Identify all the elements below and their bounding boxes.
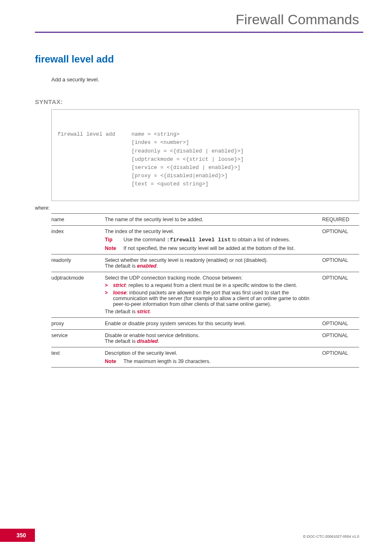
list-item: > strict: replies to a request from a cl…: [105, 282, 320, 288]
table-row: index The index of the security level. T…: [51, 226, 359, 254]
param-desc-text: Select the UDP connection tracking mode.…: [105, 275, 320, 281]
param-name: udptrackmode: [51, 272, 105, 318]
tip-label: Tip: [105, 237, 122, 243]
syntax-box: firewall level add name = <string> [inde…: [51, 109, 359, 201]
page-header: Firewall Commands: [0, 0, 392, 32]
page-footer: 350 E-DOC-CTC-20061027-0004 v1.0: [0, 529, 392, 542]
chevron-right-icon: >: [105, 290, 113, 307]
command-description: Add a security level.: [51, 76, 392, 83]
param-desc: The index of the security level. Tip Use…: [105, 226, 322, 254]
param-desc: Select the UDP connection tracking mode.…: [105, 272, 322, 318]
note-label: Note: [105, 245, 122, 251]
note-body: The maximum length is 39 characters.: [123, 358, 318, 364]
table-row: text Description of the security level. …: [51, 347, 359, 368]
table-row: service Disable or enable host service d…: [51, 330, 359, 347]
param-req: REQUIRED: [322, 214, 359, 226]
page-number: 350: [0, 529, 35, 542]
param-name: index: [51, 226, 105, 254]
tip-command: :firewall level list: [166, 237, 231, 243]
param-desc: Enable or disable proxy system services …: [105, 318, 322, 330]
syntax-label: SYNTAX:: [35, 98, 392, 105]
parameters-table: name The name of the security level to b…: [51, 213, 359, 368]
syntax-command: firewall level add: [58, 130, 131, 188]
param-name: readonly: [51, 254, 105, 272]
param-req: OPTIONAL: [322, 347, 359, 368]
param-req: OPTIONAL: [322, 254, 359, 272]
param-desc-text: Disable or enable host service definitio…: [105, 333, 320, 338]
tip-body: Use the command :firewall level list to …: [123, 237, 318, 243]
note-body: If not specified, the new security level…: [123, 245, 318, 251]
param-name: text: [51, 347, 105, 368]
document-id: E-DOC-CTC-20061027-0004 v1.0: [303, 534, 359, 539]
param-desc: Description of the security level. Note …: [105, 347, 322, 368]
list-item: > loose: inbound packets are allowed on …: [105, 290, 320, 307]
option-key: strict: [113, 282, 126, 288]
param-desc-text: The index of the security level.: [105, 229, 320, 234]
param-name: proxy: [51, 318, 105, 330]
table-row: proxy Enable or disable proxy system ser…: [51, 318, 359, 330]
param-desc-text: Description of the security level.: [105, 350, 320, 356]
default-value: strict: [137, 309, 150, 314]
table-row: udptrackmode Select the UDP connection t…: [51, 272, 359, 318]
param-req: OPTIONAL: [322, 318, 359, 330]
where-label: where:: [35, 205, 392, 211]
param-desc: Disable or enable host service definitio…: [105, 330, 322, 347]
syntax-args: name = <string> [index = <number>] [read…: [131, 130, 353, 188]
table-row: readonly Select whether the security lev…: [51, 254, 359, 272]
param-desc: Select whether the security level is rea…: [105, 254, 322, 272]
default-value: enabled: [137, 263, 157, 269]
header-rule: [35, 32, 363, 33]
param-desc: The name of the security level to be add…: [105, 214, 322, 226]
option-key: loose: [113, 290, 127, 296]
param-name: name: [51, 214, 105, 226]
param-req: OPTIONAL: [322, 330, 359, 347]
table-row: name The name of the security level to b…: [51, 214, 359, 226]
command-title: firewall level add: [35, 53, 392, 65]
note-label: Note: [105, 358, 122, 364]
param-name: service: [51, 330, 105, 347]
param-req: OPTIONAL: [322, 272, 359, 318]
param-desc-text: Select whether the security level is rea…: [105, 257, 320, 263]
default-value: disabled: [137, 338, 158, 344]
param-req: OPTIONAL: [322, 226, 359, 254]
chevron-right-icon: >: [105, 282, 113, 288]
